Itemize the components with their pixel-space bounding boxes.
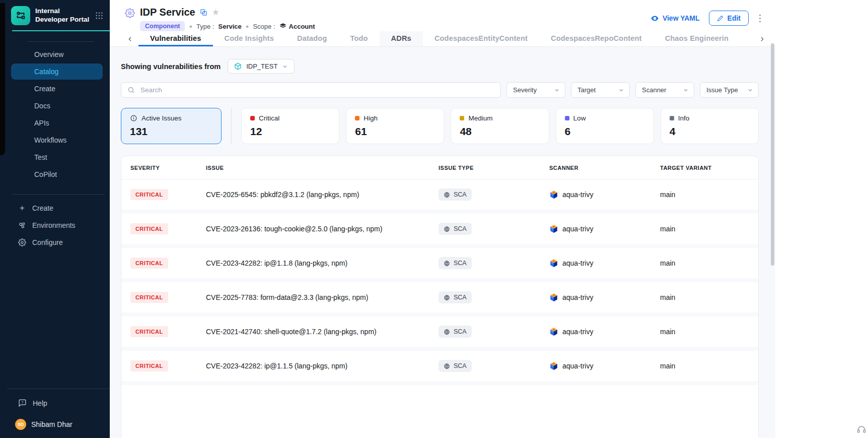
column-header[interactable]: TARGET VARIANT bbox=[660, 165, 749, 171]
sidebar-nav-item[interactable]: Test bbox=[11, 149, 103, 165]
vertical-scrollbar[interactable] bbox=[771, 43, 774, 266]
apps-grid-icon[interactable] bbox=[95, 11, 104, 20]
sidebar: Internal Developer Portal Overview Catal… bbox=[0, 0, 110, 438]
issue-type-label: SCA bbox=[454, 191, 467, 198]
table-row[interactable]: CRITICAL CVE-2023-42282: ip@1.1.8 (lang-… bbox=[121, 248, 758, 282]
user-menu[interactable]: SD Shibam Dhar bbox=[0, 414, 110, 432]
severity-badge: CRITICAL bbox=[130, 326, 168, 337]
sidebar-nav-item[interactable]: Workflows bbox=[11, 132, 103, 148]
severity-badge: CRITICAL bbox=[130, 258, 168, 269]
severity-stat-card[interactable]: Info 4 bbox=[661, 108, 759, 144]
source-selector[interactable]: IDP_TEST bbox=[228, 59, 295, 74]
cube-icon bbox=[234, 62, 242, 70]
severity-count: 48 bbox=[460, 126, 540, 138]
sca-globe-icon bbox=[444, 329, 450, 335]
circuit-logo-icon bbox=[15, 10, 26, 21]
severity-stat-card[interactable]: Low 6 bbox=[556, 108, 654, 144]
main-panel: IDP Service ★ Component ● Type : Service… bbox=[110, 0, 775, 438]
table-row[interactable]: CRITICAL CVE-2023-42282: ip@1.1.5 (lang-… bbox=[121, 351, 758, 385]
severity-stat-card[interactable]: High 61 bbox=[346, 108, 444, 144]
filter-label: Scanner bbox=[642, 86, 666, 94]
issue-text: CVE-2023-26136: tough-cookie@2.5.0 (lang… bbox=[206, 225, 439, 233]
tab[interactable]: CodespacesRepoContent bbox=[539, 31, 654, 46]
sidebar-header: Internal Developer Portal bbox=[0, 0, 110, 31]
kind-badge[interactable]: Component bbox=[140, 21, 185, 31]
star-icon[interactable]: ★ bbox=[212, 8, 220, 17]
more-options-icon[interactable] bbox=[758, 13, 762, 24]
tab[interactable]: Todo bbox=[338, 31, 379, 46]
severity-count: 12 bbox=[250, 126, 330, 138]
tab[interactable]: Vulnerabilities bbox=[138, 31, 213, 46]
table-header-row: SEVERITY ISSUE ISSUE TYPE SCANNER TARGET… bbox=[121, 156, 758, 179]
filter-select[interactable]: Target bbox=[571, 82, 630, 98]
sidebar-nav-label: Workflows bbox=[34, 136, 66, 144]
sidebar-nav-item[interactable]: Create bbox=[11, 81, 103, 97]
gear-icon bbox=[18, 238, 26, 246]
tab[interactable]: Chaos Engineerin bbox=[654, 31, 740, 46]
active-issues-card[interactable]: Active Issues 131 bbox=[121, 108, 222, 144]
edit-button[interactable]: Edit bbox=[709, 11, 749, 26]
tabs-scroll-right-icon[interactable] bbox=[754, 31, 770, 46]
sidebar-nav-label: Docs bbox=[34, 102, 50, 110]
severity-label: Medium bbox=[468, 114, 492, 122]
tab[interactable]: Code Insights bbox=[213, 31, 285, 46]
tabs-scroll-left-icon[interactable] bbox=[122, 31, 138, 46]
sidebar-nav-label: CoPilot bbox=[34, 170, 57, 178]
sidebar-nav-item[interactable]: CoPilot bbox=[11, 166, 103, 182]
column-header[interactable]: ISSUE TYPE bbox=[439, 165, 549, 171]
copy-icon[interactable] bbox=[200, 9, 207, 16]
entity-header: IDP Service ★ Component ● Type : Service… bbox=[110, 0, 775, 31]
sidebar-action-create[interactable]: + Create bbox=[0, 200, 110, 217]
showing-from-label: Showing vulnerabilities from bbox=[121, 62, 221, 71]
table-row[interactable]: CRITICAL CVE-2023-26136: tough-cookie@2.… bbox=[121, 214, 758, 248]
issue-type-label: SCA bbox=[454, 260, 467, 267]
help-button[interactable]: ? Help bbox=[0, 392, 110, 414]
support-headset-icon[interactable] bbox=[856, 424, 866, 434]
divider bbox=[27, 41, 94, 42]
tab[interactable]: Datadog bbox=[285, 31, 338, 46]
severity-stat-card[interactable]: Medium 48 bbox=[451, 108, 549, 144]
chevron-down-icon bbox=[282, 64, 288, 70]
column-header[interactable]: SCANNER bbox=[549, 165, 660, 171]
filter-select[interactable]: Scanner bbox=[635, 82, 694, 98]
issue-type-chip: SCA bbox=[439, 326, 472, 338]
user-name: Shibam Dhar bbox=[31, 420, 73, 428]
view-yaml-link[interactable]: View YAML bbox=[650, 14, 700, 23]
severity-cards: Critical 12 High 61 Medium 48 Low 6 Info… bbox=[241, 108, 759, 144]
search-input[interactable] bbox=[139, 86, 494, 94]
tab[interactable]: ADRs bbox=[380, 31, 423, 46]
sidebar-action-configure[interactable]: Configure bbox=[0, 234, 110, 251]
issue-type-label: SCA bbox=[454, 328, 467, 335]
severity-stat-card[interactable]: Critical 12 bbox=[241, 108, 339, 144]
tab-label: CodespacesEntityContent bbox=[435, 34, 528, 42]
issue-type-chip: SCA bbox=[439, 360, 472, 372]
sidebar-nav-item[interactable]: Catalog bbox=[11, 64, 103, 80]
app-logo[interactable] bbox=[11, 6, 30, 25]
severity-count: 4 bbox=[670, 126, 750, 138]
divider bbox=[231, 108, 232, 144]
sca-globe-icon bbox=[444, 260, 450, 267]
issue-text: CVE-2025-6545: pbkdf2@3.1.2 (lang-pkgs, … bbox=[206, 191, 439, 199]
table-row[interactable]: CRITICAL CVE-2021-42740: shell-quote@1.7… bbox=[121, 317, 758, 351]
sidebar-nav-item[interactable]: APIs bbox=[11, 115, 103, 131]
table-row[interactable]: CRITICAL CVE-2025-7783: form-data@2.3.3 … bbox=[121, 282, 758, 317]
sidebar-nav-item[interactable]: Docs bbox=[11, 98, 103, 114]
tab[interactable]: CodespacesEntityContent bbox=[423, 31, 539, 46]
target-variant: main bbox=[660, 259, 749, 267]
vulnerabilities-content: Showing vulnerabilities from IDP_TEST Se… bbox=[110, 47, 775, 438]
column-header[interactable]: SEVERITY bbox=[130, 165, 206, 171]
dot-separator: ● bbox=[189, 23, 192, 29]
sidebar-nav-item[interactable]: Overview bbox=[11, 46, 103, 62]
issue-type-chip: SCA bbox=[439, 291, 472, 303]
table-row[interactable]: CRITICAL CVE-2025-6545: pbkdf2@3.1.2 (la… bbox=[121, 179, 758, 214]
filter-select[interactable]: Severity bbox=[507, 82, 565, 98]
scanner-name: aqua-trivy bbox=[562, 362, 593, 370]
column-header[interactable]: ISSUE bbox=[206, 165, 439, 171]
sca-globe-icon bbox=[444, 226, 450, 232]
tab-label: CodespacesRepoContent bbox=[551, 34, 642, 42]
dot-separator: ● bbox=[246, 23, 249, 29]
severity-count: 61 bbox=[355, 126, 435, 138]
severity-label: High bbox=[364, 114, 378, 122]
sidebar-action-environments[interactable]: Environments bbox=[0, 217, 110, 234]
filter-select[interactable]: Issue Type bbox=[700, 82, 759, 98]
